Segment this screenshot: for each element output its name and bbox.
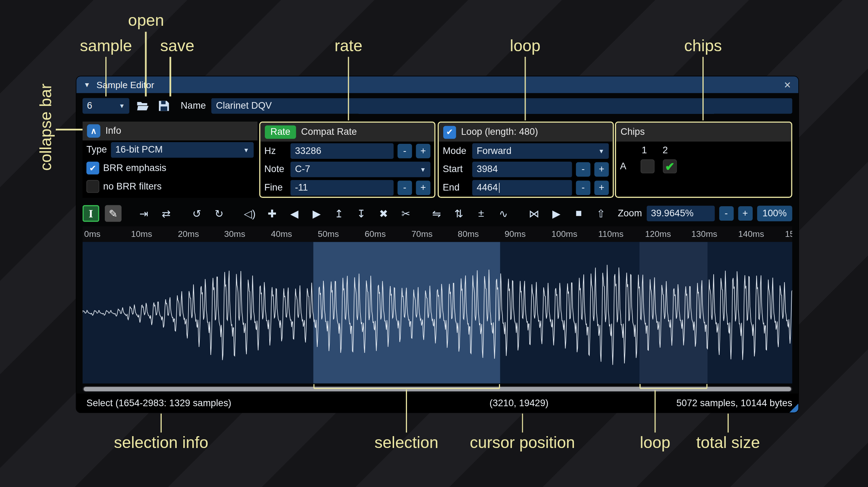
rate-toggle-button[interactable]: Rate xyxy=(265,125,296,139)
sample-number-select[interactable]: 6 ▼ xyxy=(83,98,129,114)
fade-in-button[interactable]: ◀ xyxy=(286,205,303,222)
undo-icon: ↺ xyxy=(192,207,201,220)
annotation-chips: chips xyxy=(684,37,722,55)
titlebar: ▼ Sample Editor ✕ xyxy=(76,76,798,93)
resample-button[interactable]: ⇄ xyxy=(158,205,175,222)
loop-mode-select[interactable]: Forward ▼ xyxy=(472,143,609,159)
name-input[interactable]: Clarinet DQV xyxy=(212,98,792,114)
type-label: Type xyxy=(86,144,107,155)
annotation-line-cursor-position xyxy=(522,413,523,432)
resize-grip[interactable] xyxy=(790,403,799,412)
insert-silence-button[interactable]: ↥ xyxy=(331,205,347,222)
loop-end-label: End xyxy=(443,182,468,193)
cursor-position-text: (3210, 19429) xyxy=(490,398,548,409)
redo-button[interactable]: ↻ xyxy=(211,205,228,222)
fine-minus-button[interactable]: - xyxy=(398,180,412,195)
waveform-view[interactable] xyxy=(83,242,792,383)
zoom-input[interactable]: 39.9645% xyxy=(646,206,714,221)
info-panel-title: Info xyxy=(105,125,121,137)
export-wavetable-button[interactable]: ⇧ xyxy=(593,205,609,222)
loop-start-minus-button[interactable]: - xyxy=(576,162,591,177)
annotation-line-sample xyxy=(105,57,107,96)
loop-end-plus-button[interactable]: + xyxy=(594,180,609,195)
hz-minus-button[interactable]: - xyxy=(398,144,412,158)
fade-out-button[interactable]: ▶ xyxy=(308,205,325,222)
loop-start-input[interactable]: 3984 xyxy=(472,161,572,177)
chip-row-a-label: A xyxy=(620,161,640,172)
note-label: Note xyxy=(264,164,286,175)
crossfade-button[interactable]: ⋈ xyxy=(526,205,543,222)
open-button[interactable] xyxy=(135,98,151,114)
draw-mode-button[interactable]: ✎ xyxy=(105,205,122,222)
resize-button[interactable]: ⇥ xyxy=(136,205,152,222)
reverse-button[interactable]: ⇋ xyxy=(428,205,445,222)
zoom-out-button[interactable]: - xyxy=(719,206,733,221)
redo-icon: ↻ xyxy=(215,207,223,220)
trim-icon: ✂ xyxy=(401,207,410,220)
tick-label: 40ms xyxy=(271,229,292,239)
fine-plus-button[interactable]: + xyxy=(416,180,431,195)
tick-label: 10ms xyxy=(131,229,152,239)
zoom-controls: Zoom 39.9645% - + 100% xyxy=(618,206,792,221)
tick-label: 100ms xyxy=(551,229,577,239)
note-select[interactable]: C-7 ▼ xyxy=(291,161,431,177)
annotation-line-loop-top xyxy=(524,57,526,120)
chip-2-checkbox[interactable]: ✔ xyxy=(663,160,677,173)
save-button[interactable] xyxy=(156,98,172,114)
tick-label: 140ms xyxy=(738,229,764,239)
window-collapse-icon[interactable]: ▼ xyxy=(84,81,90,88)
trim-button[interactable]: ✂ xyxy=(398,205,414,222)
collapse-bar-button[interactable]: ∧ xyxy=(87,124,100,138)
loop-panel-title: Loop (length: 480) xyxy=(461,126,538,138)
apply-silence-button[interactable]: ↧ xyxy=(353,205,370,222)
hz-plus-button[interactable]: + xyxy=(416,144,431,158)
invert-icon: ⇅ xyxy=(454,207,463,220)
chips-panel: Chips 1 2 A ✔ xyxy=(615,122,792,198)
amplify-button[interactable]: ◁) xyxy=(241,205,258,222)
zoom-reset-button[interactable]: 100% xyxy=(757,206,792,221)
annotation-rate: rate xyxy=(335,37,362,55)
dropdown-arrow-icon: ▼ xyxy=(115,102,125,109)
save-floppy-icon xyxy=(158,100,169,111)
signed-unsigned-icon: ± xyxy=(478,207,484,219)
undo-button[interactable]: ↺ xyxy=(189,205,205,222)
tick-label: 60ms xyxy=(364,229,386,239)
annotation-line-open xyxy=(145,32,146,96)
tick-label: 150ms xyxy=(785,229,792,239)
invert-button[interactable]: ⇅ xyxy=(451,205,467,222)
preview-play-button[interactable]: ▶ xyxy=(548,205,565,222)
brr-emphasis-checkbox[interactable]: ✔ xyxy=(86,162,99,175)
loop-start-plus-button[interactable]: + xyxy=(594,162,609,177)
fine-input[interactable]: -11 xyxy=(291,180,394,195)
sample-type-select[interactable]: 16-bit PCM ▼ xyxy=(111,142,254,157)
tick-label: 30ms xyxy=(224,229,245,239)
loop-start-label: Start xyxy=(443,164,468,175)
close-icon[interactable]: ✕ xyxy=(784,79,791,90)
loop-enable-checkbox[interactable]: ✔ xyxy=(443,126,456,139)
zoom-in-button[interactable]: + xyxy=(738,206,753,221)
hz-input[interactable]: 33286 xyxy=(291,143,394,159)
loop-end-input[interactable]: 4464 xyxy=(472,180,572,195)
loop-mode-label: Mode xyxy=(443,145,468,156)
text-cursor xyxy=(499,183,500,193)
draw-mode-icon: ✎ xyxy=(109,207,117,220)
fine-label: Fine xyxy=(264,182,286,193)
preview-stop-icon: ■ xyxy=(576,207,582,219)
annotation-sample: sample xyxy=(80,37,132,55)
loop-end-minus-button[interactable]: - xyxy=(576,180,591,195)
delete-button[interactable]: ✖ xyxy=(375,205,392,222)
no-brr-filters-label: no BRR filters xyxy=(103,181,162,192)
annotation-bracket-loop xyxy=(639,384,707,389)
no-brr-filters-checkbox[interactable] xyxy=(86,180,99,193)
select-mode-button[interactable]: I xyxy=(83,205,99,222)
preview-stop-button[interactable]: ■ xyxy=(570,205,587,222)
annotation-line-total-size xyxy=(728,413,729,432)
filter-button[interactable]: ∿ xyxy=(495,205,512,222)
annotation-bracket-selection xyxy=(313,384,500,389)
filter-icon: ∿ xyxy=(499,207,508,220)
dropdown-arrow-icon: ▼ xyxy=(595,147,604,154)
signed-unsigned-button[interactable]: ± xyxy=(473,205,490,222)
tick-label: 80ms xyxy=(458,229,479,239)
chip-1-checkbox[interactable] xyxy=(640,160,654,173)
normalize-button[interactable]: ✚ xyxy=(264,205,281,222)
